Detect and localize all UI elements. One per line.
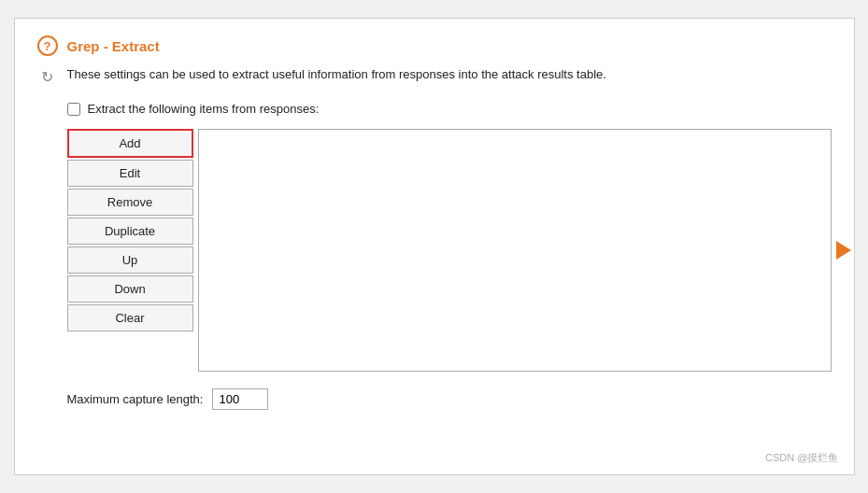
buttons-column: AddEditRemoveDuplicateUpDownClear: [67, 129, 198, 372]
max-capture-input[interactable]: [212, 388, 268, 410]
panel-subtitle-row: ↻ These settings can be used to extract …: [37, 65, 832, 87]
down-button[interactable]: Down: [67, 275, 193, 303]
up-button[interactable]: Up: [67, 246, 193, 274]
panel-title: Grep - Extract: [67, 38, 160, 54]
add-button[interactable]: Add: [67, 129, 193, 158]
help-icon[interactable]: ?: [37, 35, 58, 56]
edit-button[interactable]: Edit: [67, 160, 193, 187]
panel-header: ? Grep - Extract: [37, 35, 832, 56]
grep-extract-panel: ? Grep - Extract ↻ These settings can be…: [14, 18, 855, 475]
duplicate-button[interactable]: Duplicate: [67, 218, 193, 245]
extract-checkbox[interactable]: [67, 103, 80, 116]
panel-description: These settings can be used to extract us…: [67, 65, 606, 84]
bottom-row: Maximum capture length:: [67, 388, 832, 410]
content-area: AddEditRemoveDuplicateUpDownClear: [67, 129, 832, 372]
arrow-indicator: [836, 241, 851, 260]
watermark: CSDN @摸烂鱼: [765, 451, 838, 465]
checkbox-label: Extract the following items from respons…: [88, 102, 320, 116]
remove-button[interactable]: Remove: [67, 189, 193, 216]
clear-button[interactable]: Clear: [67, 304, 193, 331]
checkbox-row: Extract the following items from respons…: [67, 102, 832, 116]
list-area: [198, 129, 832, 372]
refresh-icon[interactable]: ↻: [37, 66, 58, 87]
max-capture-label: Maximum capture length:: [67, 392, 204, 406]
